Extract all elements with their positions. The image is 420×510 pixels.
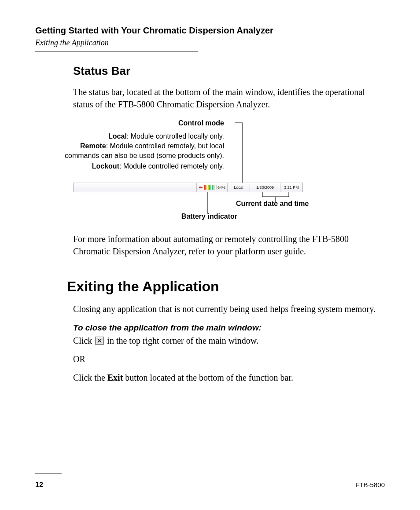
page-number: 12 bbox=[35, 481, 43, 489]
procedure-step-1: Click in the top right corner of the mai… bbox=[73, 334, 376, 347]
exiting-heading: Exiting the Application bbox=[67, 279, 385, 295]
svg-rect-8 bbox=[202, 187, 203, 188]
procedure-heading: To close the application from the main w… bbox=[73, 323, 376, 333]
close-icon bbox=[95, 337, 104, 345]
page-footer: 12 FTB-5800 bbox=[35, 481, 385, 489]
battery-percent: 64% bbox=[217, 185, 225, 190]
control-mode-remote: Remote: Module controlled remotely, but … bbox=[61, 141, 224, 160]
footer-model: FTB-5800 bbox=[355, 481, 385, 489]
control-mode-local: Local: Module controlled locally only. bbox=[66, 132, 224, 141]
battery-label: Battery indicator bbox=[181, 212, 237, 221]
control-mode-label: Control mode bbox=[178, 118, 224, 128]
procedure-step-2: Click the Exit button located at the bot… bbox=[73, 371, 376, 384]
control-mode-cell: Local bbox=[228, 183, 250, 192]
status-bar-figure: Control mode Local: Module controlled lo… bbox=[73, 118, 376, 228]
footer-rule bbox=[35, 473, 62, 474]
exiting-intro: Closing any application that is not curr… bbox=[73, 303, 376, 315]
procedure-or: OR bbox=[73, 353, 376, 365]
battery-indicator-cell: 64% bbox=[196, 183, 228, 192]
section-current: Exiting the Application bbox=[35, 38, 385, 48]
header-rule bbox=[35, 51, 198, 52]
status-bar-graphic: 64% Local 1/23/2009 3:21 PM bbox=[73, 183, 303, 192]
date-cell: 1/23/2009 bbox=[250, 183, 280, 192]
status-bar-intro: The status bar, located at the bottom of… bbox=[73, 86, 376, 110]
control-mode-lockout: Lockout: Module controlled remotely only… bbox=[66, 161, 224, 171]
status-bar-heading: Status Bar bbox=[73, 64, 376, 78]
plug-icon bbox=[199, 185, 203, 190]
battery-bars-icon bbox=[204, 185, 217, 190]
svg-rect-7 bbox=[199, 187, 202, 188]
datetime-label: Current date and time bbox=[236, 199, 309, 209]
time-cell: 3:21 PM bbox=[280, 183, 302, 192]
after-figure-text: For more information about automating or… bbox=[73, 233, 376, 257]
chapter-title: Getting Started with Your Chromatic Disp… bbox=[35, 26, 385, 36]
